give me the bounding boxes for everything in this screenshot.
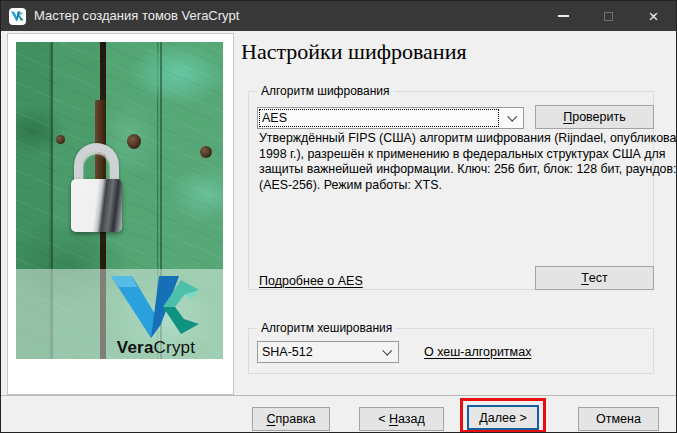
hash-algorithm-select[interactable]: SHA-512 [257, 341, 399, 363]
logo-overlay: VeraCrypt [16, 269, 223, 359]
veracrypt-logo [111, 274, 203, 338]
bolt-icon [56, 135, 65, 144]
encryption-algorithm-select[interactable]: AES [257, 107, 524, 129]
close-icon: × [649, 8, 659, 25]
bolt-icon [127, 134, 141, 149]
minimize-button[interactable] [541, 1, 586, 31]
page-title: Настройки шифрования [241, 39, 467, 65]
focus-rectangle [259, 109, 499, 127]
back-button[interactable]: < Назад [359, 407, 444, 431]
veracrypt-app-icon [9, 8, 26, 25]
maximize-icon [604, 12, 613, 21]
cancel-button[interactable]: Отмена [578, 407, 659, 431]
footer-separator [1, 395, 676, 396]
verify-button[interactable]: Проверить [535, 105, 654, 129]
veracrypt-wizard-window: Мастер создания томов VeraCrypt × [0, 0, 677, 433]
veracrypt-logo-icon [11, 11, 24, 22]
description-line: защиты важнейшей информации. Ключ: 256 б… [259, 162, 677, 178]
next-button[interactable]: Далее > [467, 405, 539, 430]
wizard-banner-panel: VeraCrypt [7, 33, 234, 395]
algorithm-description: Утверждённый FIPS (США) алгоритм шифрова… [259, 131, 677, 193]
titlebar: Мастер создания томов VeraCrypt × [1, 1, 676, 31]
minimize-icon [558, 15, 569, 17]
bolt-icon [200, 146, 212, 158]
encryption-algorithm-group: Алгоритм шифрования AES Проверить Утверж… [248, 91, 654, 290]
test-button[interactable]: Тест [535, 266, 654, 290]
window-title: Мастер создания томов VeraCrypt [34, 1, 239, 31]
hash-algorithm-value: SHA-512 [258, 345, 398, 359]
hash-info-link[interactable]: О хеш-алгоритмах [424, 345, 531, 359]
padlock-body-icon [71, 179, 122, 232]
help-button[interactable]: Справка [252, 407, 330, 431]
veracrypt-wordmark: VeraCrypt [106, 338, 206, 358]
maximize-button [586, 1, 631, 31]
description-line: (AES-256). Режим работы: XTS. [259, 178, 677, 194]
description-line: 1998 г.), разрешён к применению в федера… [259, 147, 677, 163]
green-door-image: VeraCrypt [16, 42, 223, 359]
close-button[interactable]: × [631, 1, 676, 31]
encryption-group-label: Алгоритм шифрования [257, 84, 394, 98]
hash-group-label: Алгоритм хеширования [257, 321, 396, 335]
description-line: Утверждённый FIPS (США) алгоритм шифрова… [259, 131, 677, 147]
hash-algorithm-group: Алгоритм хеширования SHA-512 О хеш-алгор… [248, 328, 654, 374]
more-about-aes-link[interactable]: Подробнее о AES [259, 274, 363, 288]
